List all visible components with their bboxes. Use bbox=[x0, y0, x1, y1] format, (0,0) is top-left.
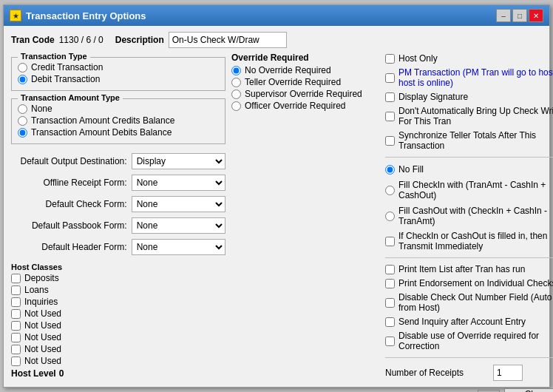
no-check-writer-checkbox[interactable] bbox=[385, 112, 395, 121]
sync-teller-checkbox[interactable] bbox=[385, 136, 395, 146]
print-endorsement-label: Print Endorsement on Individual Checks I… bbox=[398, 278, 553, 288]
none-row: None bbox=[18, 104, 219, 114]
print-item-list-checkbox[interactable] bbox=[385, 265, 395, 274]
print-endorsement-checkbox[interactable] bbox=[385, 279, 395, 288]
app-icon: ★ bbox=[10, 10, 21, 21]
disable-checkout-checkbox[interactable] bbox=[385, 298, 395, 308]
disable-checkout-row: Disable Check Out Number Field (Auto fil… bbox=[385, 292, 553, 313]
fill-cashout-row: Fill CashOut with (CheckIn + CashIn - Tr… bbox=[385, 206, 553, 226]
minimize-button[interactable]: – bbox=[496, 9, 511, 22]
default-output-select[interactable]: Display bbox=[132, 153, 225, 169]
debit-transaction-radio[interactable] bbox=[18, 75, 27, 84]
transmit-immediately-label: If CheckIn or CashOut is filled in, then… bbox=[398, 231, 553, 251]
notused2-label: Not Used bbox=[24, 320, 61, 331]
host-classes-title: Host Classes bbox=[11, 263, 225, 271]
no-fill-row: No Fill bbox=[385, 164, 553, 175]
display-signature-label: Display Signature bbox=[398, 92, 468, 102]
override-required-title: Override Required bbox=[231, 53, 379, 63]
no-check-writer-label: Don't Automatically Bring Up Check Write… bbox=[398, 106, 553, 126]
maximize-button[interactable]: □ bbox=[512, 9, 527, 22]
notused3-checkbox[interactable] bbox=[11, 333, 21, 342]
debits-balance-radio[interactable] bbox=[18, 128, 27, 138]
default-header-select[interactable]: None bbox=[132, 239, 225, 255]
host-classes-section: Host Classes Deposits Loans Inquiries bbox=[11, 263, 225, 379]
no-fill-label: No Fill bbox=[398, 164, 424, 175]
offline-receipt-row: Offline Receipt Form: None bbox=[11, 175, 225, 191]
display-signature-checkbox[interactable] bbox=[385, 92, 395, 102]
send-inquiry-checkbox[interactable] bbox=[385, 317, 395, 327]
credits-balance-label: Transaction Amount Credits Balance bbox=[31, 115, 174, 126]
close-button[interactable]: ✕ bbox=[529, 9, 543, 22]
supervisor-override-radio[interactable] bbox=[231, 89, 241, 99]
credit-transaction-radio[interactable] bbox=[18, 63, 27, 72]
credits-balance-row: Transaction Amount Credits Balance bbox=[18, 115, 219, 126]
separator3 bbox=[385, 357, 553, 358]
supervisor-override-row: Supervisor Override Required bbox=[231, 89, 379, 99]
pm-transaction-checkbox[interactable] bbox=[385, 73, 395, 83]
disable-override-label: Disable use of Override required for Cor… bbox=[398, 331, 553, 351]
fill-cashout-radio[interactable] bbox=[385, 212, 395, 221]
deposits-label: Deposits bbox=[24, 273, 59, 283]
pm-transaction-row: PM Transaction (PM Tran will go to host … bbox=[385, 67, 553, 88]
offline-receipt-label: Offline Receipt Form: bbox=[11, 178, 127, 188]
change-color-button[interactable]: Change Color... bbox=[504, 388, 553, 392]
print-item-list-label: Print Item List after Tran has run bbox=[398, 264, 525, 274]
send-inquiry-label: Send Inquiry after Account Entry bbox=[398, 317, 526, 327]
host-only-row: Host Only bbox=[385, 53, 553, 64]
notused2-row: Not Used bbox=[11, 320, 225, 331]
inquiries-checkbox[interactable] bbox=[11, 297, 21, 307]
notused2-checkbox[interactable] bbox=[11, 321, 21, 331]
middle-panel: Override Required No Override Required T… bbox=[231, 53, 379, 392]
default-header-label: Default Header Form: bbox=[11, 242, 127, 252]
transmit-immediately-checkbox[interactable] bbox=[385, 237, 395, 246]
notused5-label: Not Used bbox=[24, 356, 61, 366]
notused1-checkbox[interactable] bbox=[11, 309, 21, 319]
default-check-label: Default Check Form: bbox=[11, 199, 127, 209]
default-output-row: Default Output Destination: Display bbox=[11, 153, 225, 169]
tran-code-value: 1130 / 6 / 0 bbox=[59, 35, 104, 45]
main-window: ★ Transaction Entry Options – □ ✕ Tran C… bbox=[3, 4, 550, 388]
officer-override-radio[interactable] bbox=[231, 101, 241, 111]
notused1-row: Not Used bbox=[11, 308, 225, 319]
credits-balance-radio[interactable] bbox=[18, 116, 27, 126]
notused5-checkbox[interactable] bbox=[11, 356, 21, 366]
description-input[interactable] bbox=[169, 32, 287, 48]
transaction-type-group: Transaction Type Credit Transaction Debi… bbox=[11, 57, 225, 91]
no-override-radio[interactable] bbox=[231, 66, 241, 75]
no-check-writer-row: Don't Automatically Bring Up Check Write… bbox=[385, 106, 553, 126]
notused1-label: Not Used bbox=[24, 308, 61, 319]
no-fill-radio[interactable] bbox=[385, 165, 395, 175]
tran-code-row: Tran Code 1130 / 6 / 0 bbox=[11, 35, 104, 45]
number-of-receipts-input[interactable] bbox=[493, 365, 523, 381]
form-fields-section: Default Output Destination: Display Offl… bbox=[11, 152, 225, 257]
default-passbook-row: Default Passbook Form: None bbox=[11, 217, 225, 234]
override-required-section: Override Required No Override Required T… bbox=[231, 53, 379, 112]
teller-override-radio[interactable] bbox=[231, 78, 241, 87]
notused4-label: Not Used bbox=[24, 344, 61, 354]
loans-checkbox[interactable] bbox=[11, 285, 21, 295]
fill-checkin-radio[interactable] bbox=[385, 186, 395, 195]
disable-override-checkbox[interactable] bbox=[385, 337, 395, 346]
notused4-row: Not Used bbox=[11, 344, 225, 354]
default-passbook-select[interactable]: None bbox=[132, 217, 225, 234]
fill-cashout-label: Fill CashOut with (CheckIn + CashIn - Tr… bbox=[398, 206, 553, 226]
host-level-label: Host Level bbox=[11, 368, 56, 379]
number-of-receipts-label: Number of Receipts bbox=[385, 368, 489, 378]
debits-balance-label: Transaction Amount Debits Balance bbox=[31, 127, 172, 138]
tran-code-label: Tran Code bbox=[11, 35, 55, 45]
title-bar: ★ Transaction Entry Options – □ ✕ bbox=[4, 5, 549, 26]
no-override-label: No Override Required bbox=[245, 65, 331, 75]
teller-override-row: Teller Override Required bbox=[231, 77, 379, 87]
send-inquiry-row: Send Inquiry after Account Entry bbox=[385, 317, 553, 327]
debit-transaction-label: Debit Transaction bbox=[31, 74, 100, 84]
supervisor-override-label: Supervisor Override Required bbox=[245, 89, 362, 99]
notused4-checkbox[interactable] bbox=[11, 345, 21, 354]
host-only-checkbox[interactable] bbox=[385, 54, 395, 64]
print-endorsement-row: Print Endorsement on Individual Checks I… bbox=[385, 278, 553, 288]
default-header-row: Default Header Form: None bbox=[11, 239, 225, 255]
default-check-select[interactable]: None bbox=[132, 196, 225, 212]
deposits-checkbox[interactable] bbox=[11, 274, 21, 283]
credit-transaction-label: Credit Transaction bbox=[31, 62, 103, 72]
offline-receipt-select[interactable]: None bbox=[132, 175, 225, 191]
none-radio[interactable] bbox=[18, 104, 27, 114]
